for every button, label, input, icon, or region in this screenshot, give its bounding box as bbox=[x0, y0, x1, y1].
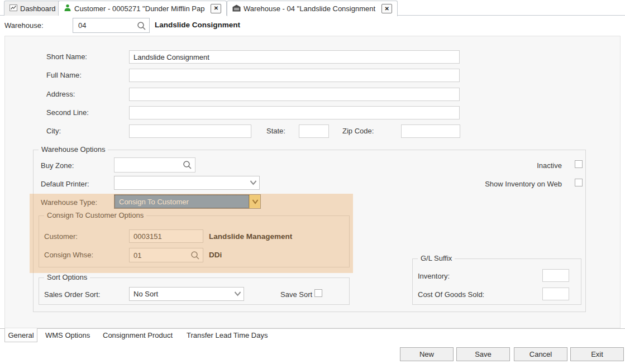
gl-inventory-input[interactable] bbox=[543, 270, 569, 281]
gl-cogs-field bbox=[542, 288, 569, 300]
full-name-label: Full Name: bbox=[46, 71, 82, 79]
customer-icon bbox=[64, 4, 71, 13]
tab-warehouse[interactable]: Warehouse - 04 "Landslide Consignment ✕ bbox=[227, 1, 398, 16]
dashboard-icon bbox=[9, 4, 17, 13]
chevron-down-icon bbox=[247, 180, 259, 185]
warehouse-code-field bbox=[73, 18, 150, 33]
warehouse-name-text: Landslide Consignment bbox=[155, 21, 240, 29]
buy-zone-field bbox=[114, 157, 195, 173]
warehouse-icon bbox=[232, 4, 241, 13]
consign-customer-field bbox=[129, 229, 203, 243]
consign-options-legend: Consign To Customer Options bbox=[44, 211, 146, 219]
state-label: State: bbox=[266, 127, 285, 135]
tab-warehouse-label: Warehouse - 04 "Landslide Consignment bbox=[244, 4, 375, 13]
tab-customer-label: Customer - 0005271 "Dunder Mifflin Pap bbox=[74, 4, 204, 13]
state-field bbox=[299, 124, 329, 138]
new-button[interactable]: New bbox=[400, 347, 454, 361]
tab-general-label: General bbox=[8, 331, 34, 339]
address-input[interactable] bbox=[130, 88, 459, 100]
save-sort-label: Save Sort bbox=[280, 290, 312, 299]
short-name-input[interactable] bbox=[130, 51, 459, 63]
warehouse-options-legend: Warehouse Options bbox=[39, 145, 108, 154]
gl-cogs-label: Cost Of Goods Sold: bbox=[418, 290, 484, 299]
buy-zone-label: Buy Zone: bbox=[41, 161, 74, 170]
warehouse-code-input[interactable] bbox=[73, 18, 136, 32]
tab-dashboard-label: Dashboard bbox=[20, 4, 56, 13]
zip-code-input[interactable] bbox=[402, 125, 460, 137]
tab-consignment-product[interactable]: Consignment Product bbox=[103, 331, 173, 339]
full-name-field bbox=[129, 69, 460, 82]
second-line-label: Second Line: bbox=[46, 108, 89, 117]
cancel-button[interactable]: Cancel bbox=[514, 347, 567, 361]
document-tabstrip: Dashboard Customer - 0005271 "Dunder Mif… bbox=[0, 0, 625, 16]
search-icon[interactable] bbox=[183, 160, 192, 171]
show-inventory-label: Show Inventory on Web bbox=[485, 180, 562, 188]
gl-cogs-input[interactable] bbox=[543, 288, 569, 300]
search-icon[interactable] bbox=[190, 251, 200, 262]
consign-whse-label: Consign Whse: bbox=[44, 251, 93, 259]
sales-order-sort-select[interactable]: No Sort bbox=[129, 287, 244, 301]
second-line-input[interactable] bbox=[130, 107, 459, 119]
tab-dashboard[interactable]: Dashboard bbox=[4, 1, 61, 16]
chevron-down-icon[interactable] bbox=[249, 195, 260, 208]
warehouse-type-label: Warehouse Type: bbox=[41, 198, 97, 207]
exit-button[interactable]: Exit bbox=[570, 347, 624, 361]
warehouse-form-panel: Short Name: Full Name: Address: Second L… bbox=[4, 36, 621, 328]
second-line-field bbox=[129, 106, 460, 119]
gl-inventory-field bbox=[542, 269, 569, 282]
search-icon[interactable] bbox=[137, 21, 146, 32]
sort-options-legend: Sort Options bbox=[44, 273, 90, 281]
chevron-down-icon bbox=[231, 291, 244, 296]
show-inventory-checkbox[interactable] bbox=[575, 179, 583, 186]
warehouse-type-select[interactable]: Consign To Customer bbox=[114, 194, 261, 209]
city-label: City: bbox=[46, 127, 61, 135]
close-icon[interactable]: ✕ bbox=[211, 4, 221, 13]
zip-code-label: Zip Code: bbox=[342, 127, 374, 135]
warehouse-type-value: Consign To Customer bbox=[114, 195, 249, 208]
city-field bbox=[129, 124, 251, 138]
inactive-checkbox[interactable] bbox=[575, 160, 583, 168]
state-input[interactable] bbox=[299, 125, 328, 137]
close-icon[interactable]: ✕ bbox=[381, 4, 392, 13]
address-label: Address: bbox=[46, 90, 75, 98]
consign-customer-name: Landslide Management bbox=[209, 232, 292, 241]
sales-order-sort-value: No Sort bbox=[130, 290, 231, 298]
consign-customer-label: Customer: bbox=[44, 232, 78, 241]
zip-code-field bbox=[401, 124, 460, 138]
tab-general[interactable]: General bbox=[4, 328, 37, 342]
default-printer-label: Default Printer: bbox=[41, 180, 89, 188]
consign-whse-field bbox=[129, 248, 203, 262]
address-field bbox=[129, 88, 460, 101]
consign-whse-name: DDi bbox=[209, 251, 222, 259]
save-sort-checkbox[interactable] bbox=[314, 289, 322, 297]
inactive-label: Inactive bbox=[537, 161, 562, 170]
full-name-input[interactable] bbox=[130, 69, 459, 82]
tab-customer[interactable]: Customer - 0005271 "Dunder Mifflin Pap ✕ bbox=[58, 1, 227, 16]
gl-suffix-legend: G/L Suffix bbox=[418, 254, 455, 262]
warehouse-toolbar: Warehouse: Landslide Consignment bbox=[0, 16, 625, 35]
warehouse-field-label: Warehouse: bbox=[4, 21, 44, 30]
short-name-label: Short Name: bbox=[46, 52, 87, 61]
tab-transfer-lead-time-days[interactable]: Transfer Lead Time Days bbox=[187, 331, 268, 339]
app-window: Dashboard Customer - 0005271 "Dunder Mif… bbox=[0, 0, 625, 364]
gl-inventory-label: Inventory: bbox=[418, 272, 450, 280]
short-name-field bbox=[129, 50, 460, 64]
bottom-tabstrip-divider bbox=[0, 328, 625, 329]
consign-customer-input[interactable] bbox=[130, 230, 203, 242]
default-printer-select[interactable] bbox=[114, 176, 260, 190]
save-button[interactable]: Save bbox=[456, 347, 510, 361]
sales-order-sort-label: Sales Order Sort: bbox=[44, 290, 100, 299]
city-input[interactable] bbox=[130, 125, 251, 137]
tab-wms-options[interactable]: WMS Options bbox=[45, 331, 90, 339]
